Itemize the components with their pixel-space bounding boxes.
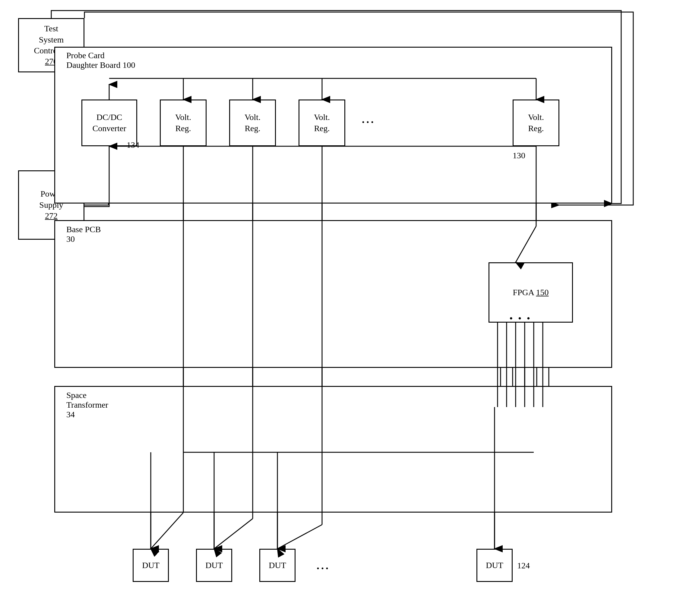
- vr3-label: Volt.Reg.: [314, 112, 330, 134]
- basepcb-label: Base PCB30: [66, 225, 101, 244]
- diagram-container: Test System Controller 270 PowerSupply 2…: [0, 0, 683, 616]
- dcdc-converter-box: DC/DCConverter: [82, 100, 137, 146]
- dut1-label: DUT: [142, 560, 159, 571]
- dut1-box: DUT: [133, 549, 169, 582]
- ps-ref: 272: [45, 211, 58, 220]
- volt-reg-2-box: Volt.Reg.: [229, 100, 276, 146]
- volt-reg-3-box: Volt.Reg.: [299, 100, 345, 146]
- dut4-label: DUT: [486, 560, 503, 571]
- space-transformer-box: [54, 386, 612, 512]
- dut2-label: DUT: [205, 560, 223, 571]
- dut-dots: ...: [316, 559, 330, 572]
- fpga-dots: • • •: [510, 313, 532, 323]
- dut2-box: DUT: [196, 549, 232, 582]
- dut4-box: DUT: [477, 549, 513, 582]
- vr1-label: Volt.Reg.: [175, 112, 191, 134]
- vr2-label: Volt.Reg.: [245, 112, 261, 134]
- fpga-label: FPGA 150: [513, 287, 549, 298]
- st-label: SpaceTransformer34: [66, 391, 108, 419]
- volt-reg-1-box: Volt.Reg.: [160, 100, 206, 146]
- dcdc-label: DC/DCConverter: [93, 112, 126, 134]
- vr4-label: Volt.Reg.: [528, 112, 544, 134]
- vr-dots: ...: [362, 113, 375, 126]
- ref130-label: 130: [513, 151, 525, 160]
- dut3-box: DUT: [259, 549, 295, 582]
- ref134-label: 134: [127, 140, 139, 150]
- ref124-label: 124: [517, 561, 530, 570]
- dut3-label: DUT: [269, 560, 286, 571]
- pcdb-label: Probe CardDaughter Board 100: [66, 51, 135, 70]
- volt-reg-4-box: Volt.Reg.: [513, 100, 559, 146]
